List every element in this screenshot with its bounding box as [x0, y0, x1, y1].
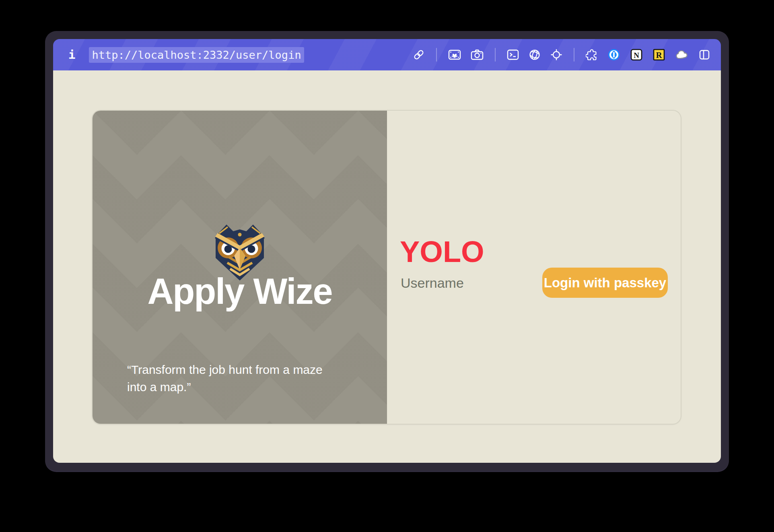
globe-icon[interactable]: [529, 49, 541, 61]
login-with-passkey-button[interactable]: Login with passkey: [542, 268, 668, 298]
login-card: Apply Wize “Transform the job hunt from …: [92, 110, 681, 425]
1password-icon[interactable]: [607, 48, 620, 61]
r-glyph: R: [656, 50, 662, 60]
extensions-puzzle-icon[interactable]: [586, 49, 598, 61]
info-icon[interactable]: i: [68, 48, 75, 62]
image-icon[interactable]: [448, 49, 461, 61]
toolbar-divider: [495, 48, 496, 62]
brand-tagline: “Transform the job hunt from a maze into…: [127, 361, 344, 396]
login-heading: YOLO: [400, 237, 484, 267]
toolbar-divider: [574, 48, 574, 62]
username-label: Username: [401, 276, 464, 290]
page-content: Apply Wize “Transform the job hunt from …: [53, 70, 721, 463]
login-panel: YOLO Username Login with passkey: [387, 111, 681, 424]
brand-panel: Apply Wize “Transform the job hunt from …: [93, 111, 387, 424]
camera-icon[interactable]: [471, 49, 484, 61]
browser-window: i http://localhost:2332/user/login: [45, 31, 729, 471]
desktop-background: i http://localhost:2332/user/login: [0, 0, 774, 532]
cloud-icon[interactable]: [675, 49, 689, 61]
browser-toolbar: i http://localhost:2332/user/login: [53, 39, 721, 70]
toolbar-divider: [436, 48, 437, 62]
r-extension-icon[interactable]: R: [653, 48, 665, 61]
toolbar-icons: N R: [413, 48, 710, 62]
terminal-icon[interactable]: [507, 49, 519, 61]
sidebar-toggle-icon[interactable]: [698, 49, 710, 61]
brand-title: Apply Wize: [93, 272, 387, 311]
link-icon[interactable]: [413, 49, 425, 61]
notion-icon[interactable]: N: [630, 48, 643, 61]
crosshair-icon[interactable]: [550, 49, 562, 61]
url-input[interactable]: http://localhost:2332/user/login: [89, 47, 304, 63]
notion-glyph: N: [634, 51, 639, 60]
